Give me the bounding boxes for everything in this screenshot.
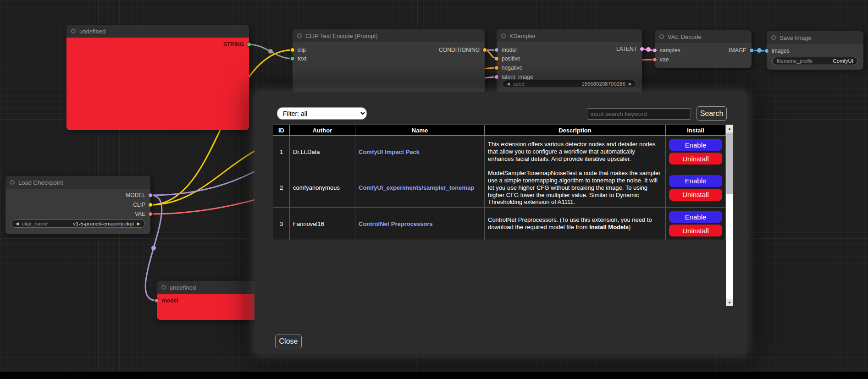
search-button[interactable]: Search	[697, 106, 727, 121]
node-title: CLIP Text Encode (Prompt)	[305, 33, 378, 39]
conditioning-port-dot-icon[interactable]	[494, 56, 499, 61]
extensions-table: ID Author Name Description Install 1 Dr.…	[273, 125, 726, 240]
scroll-down-icon[interactable]: ▼	[726, 299, 733, 306]
enable-button[interactable]: Enable	[669, 175, 722, 187]
port-label: samples	[660, 47, 680, 54]
seed-widget[interactable]: ◀ seed 156680208700286 ▶	[502, 80, 636, 88]
node-vae-decode[interactable]: VAE Decode samples vae IMAGE	[655, 30, 752, 68]
node-save-image[interactable]: Save Image images filename_prefix ComfyU…	[767, 31, 863, 70]
widget-label: seed	[513, 81, 525, 87]
node-collapse-dot-icon[interactable]	[297, 33, 302, 38]
node-title-bar[interactable]: VAE Decode	[655, 30, 752, 43]
input-port-samples[interactable]: samples	[652, 47, 680, 54]
decrement-arrow-icon[interactable]: ◀	[507, 82, 510, 86]
widget-value: ComfyUI	[833, 58, 853, 64]
input-port-latent-image[interactable]: latent_image	[494, 74, 533, 80]
enable-button[interactable]: Enable	[669, 139, 722, 151]
clip-port-dot-icon[interactable]	[148, 203, 153, 207]
node-title-bar[interactable]: Load Checkpoint	[6, 176, 150, 189]
node-load-checkpoint[interactable]: Load Checkpoint MODEL CLIP VAE ◀ ckpt_na…	[6, 176, 150, 234]
port-label: model	[502, 47, 517, 53]
search-input[interactable]	[587, 108, 691, 120]
latent-port-dot-icon[interactable]	[494, 75, 499, 79]
input-port-positive[interactable]: positive	[494, 55, 520, 62]
node-collapse-dot-icon[interactable]	[501, 33, 506, 38]
cell-install: Enable Uninstall	[666, 168, 726, 208]
input-port-text[interactable]: text	[290, 55, 306, 62]
node-title-bar[interactable]: KSampler	[497, 29, 642, 42]
input-port-clip[interactable]: clip	[290, 47, 306, 53]
port-label: STRING	[223, 41, 244, 48]
latent-port-dot-icon[interactable]	[652, 48, 657, 53]
port-label: text	[298, 55, 306, 62]
node-collapse-dot-icon[interactable]	[71, 29, 76, 33]
node-undefined-top[interactable]: undefined STRING	[66, 25, 249, 130]
cell-id: 3	[273, 208, 290, 240]
input-port-negative[interactable]: negative	[494, 65, 522, 71]
input-port-images[interactable]: images	[764, 48, 790, 54]
table-row: 1 Dr.Lt.Data ComfyUI Impact Pack This ex…	[273, 136, 726, 168]
string-port-dot-icon[interactable]	[290, 56, 295, 61]
cell-author: comfyanonymous	[290, 168, 355, 208]
output-port-string[interactable]: STRING	[223, 41, 251, 48]
output-port-clip[interactable]: CLIP	[133, 202, 153, 208]
output-port-image[interactable]: IMAGE	[729, 47, 754, 54]
input-port-model[interactable]: model	[155, 297, 178, 304]
increment-arrow-icon[interactable]: ▶	[629, 82, 632, 86]
header-id: ID	[273, 125, 290, 136]
extension-link[interactable]: ControlNet Preprocessors	[359, 220, 433, 227]
node-title-bar[interactable]: Save Image	[767, 31, 863, 44]
filename-prefix-widget[interactable]: filename_prefix ComfyUI	[772, 57, 858, 65]
port-label: vae	[660, 56, 669, 63]
extensions-table-area: ID Author Name Description Install 1 Dr.…	[273, 125, 733, 306]
scroll-up-icon[interactable]: ▲	[726, 125, 733, 132]
filter-select[interactable]: Filter: all	[277, 107, 367, 120]
increment-arrow-icon[interactable]: ▶	[137, 221, 140, 226]
uninstall-button[interactable]: Uninstall	[669, 225, 722, 236]
model-port-dot-icon[interactable]	[494, 48, 499, 52]
enable-button[interactable]: Enable	[669, 211, 722, 223]
node-title: undefined	[79, 28, 105, 35]
input-port-model[interactable]: model	[494, 47, 517, 53]
output-port-vae[interactable]: VAE	[135, 211, 153, 217]
uninstall-button[interactable]: Uninstall	[669, 189, 722, 201]
conditioning-port-dot-icon[interactable]	[482, 48, 487, 52]
cell-author: Dr.Lt.Data	[290, 136, 355, 168]
comfyui-canvas[interactable]: undefined STRING CLIP Text Encode (Promp…	[0, 0, 868, 379]
model-port-dot-icon[interactable]	[148, 193, 153, 198]
node-title-bar[interactable]: CLIP Text Encode (Prompt)	[293, 29, 485, 42]
port-label: IMAGE	[729, 47, 746, 54]
close-button[interactable]: Close	[275, 335, 302, 348]
latent-port-dot-icon[interactable]	[640, 47, 644, 51]
node-title-bar[interactable]: undefined	[66, 25, 249, 38]
string-port-dot-icon[interactable]	[247, 42, 251, 47]
node-ksampler[interactable]: KSampler model positive negative latent_…	[497, 29, 642, 98]
model-port-dot-icon[interactable]	[155, 298, 159, 303]
image-port-dot-icon[interactable]	[749, 48, 754, 53]
extension-link[interactable]: ComfyUI Impact Pack	[359, 148, 420, 155]
output-port-conditioning[interactable]: CONDITIONING	[439, 47, 487, 53]
node-collapse-dot-icon[interactable]	[161, 285, 166, 290]
decrement-arrow-icon[interactable]: ◀	[16, 221, 19, 226]
extension-link[interactable]: ComfyUI_experiments/sampler_tonemap	[359, 184, 474, 191]
input-port-vae[interactable]: vae	[652, 56, 669, 63]
conditioning-port-dot-icon[interactable]	[494, 66, 499, 70]
node-clip-text-encode[interactable]: CLIP Text Encode (Prompt) clip text COND…	[293, 29, 485, 93]
uninstall-button[interactable]: Uninstall	[669, 153, 722, 165]
node-collapse-dot-icon[interactable]	[771, 35, 776, 40]
header-install: Install	[666, 125, 726, 136]
widget-label: filename_prefix	[777, 58, 813, 64]
vae-port-dot-icon[interactable]	[652, 57, 657, 62]
ckpt-name-widget[interactable]: ◀ ckpt_name v1-5-pruned-emaonly.ckpt ▶	[11, 220, 145, 228]
description-tail: )	[629, 224, 630, 231]
vae-port-dot-icon[interactable]	[148, 212, 153, 216]
node-collapse-dot-icon[interactable]	[659, 34, 664, 39]
output-port-latent[interactable]: LATENT	[616, 46, 644, 52]
node-collapse-dot-icon[interactable]	[10, 180, 15, 185]
clip-port-dot-icon[interactable]	[290, 48, 295, 52]
table-scrollbar[interactable]: ▲ ▼	[726, 125, 733, 306]
image-port-dot-icon[interactable]	[764, 49, 769, 53]
port-label: positive	[502, 55, 520, 62]
scrollbar-thumb[interactable]	[726, 132, 733, 194]
output-port-model[interactable]: MODEL	[126, 192, 153, 198]
